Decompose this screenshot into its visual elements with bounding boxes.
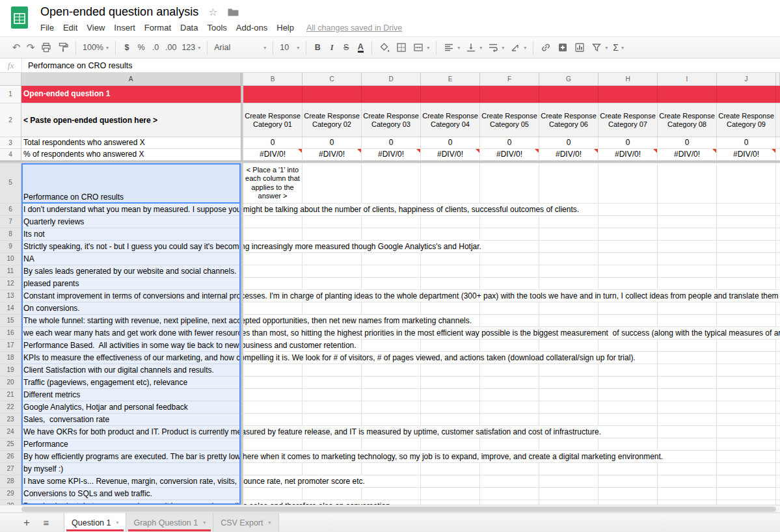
all-sheets-button[interactable]: ≡ xyxy=(36,513,56,532)
menu-help[interactable]: Help xyxy=(272,21,299,34)
row-header-5[interactable]: 5 xyxy=(0,163,21,204)
category-cell-9[interactable]: Create Response Category 09 xyxy=(717,103,776,137)
horizontal-align-button[interactable]: ▾ xyxy=(440,40,463,55)
insert-chart-button[interactable] xyxy=(571,40,588,55)
row-overflow-area[interactable]: Performance xyxy=(243,438,780,451)
row-header-30[interactable]: 30 xyxy=(0,500,21,505)
menu-file[interactable]: File xyxy=(36,21,59,34)
row-header-10[interactable]: 10 xyxy=(0,253,21,265)
row-overflow-area[interactable]: NA xyxy=(243,253,780,265)
row-header-26[interactable]: 26 xyxy=(0,451,21,463)
category-cell-7[interactable]: Create Response Category 07 xyxy=(598,103,658,137)
div-error-cell-6[interactable]: #DIV/0! xyxy=(539,149,598,160)
row-overflow-area[interactable]: The whole funnel: starting with revenue,… xyxy=(243,315,780,327)
response-cell-a15[interactable]: The whole funnel: starting with revenue,… xyxy=(21,315,241,327)
response-cell-a9[interactable]: Strictly speaking, it's not - but I gues… xyxy=(21,241,241,253)
column-header-I[interactable]: I xyxy=(658,73,717,86)
response-cell-a21[interactable]: Different metrics xyxy=(21,389,241,401)
row-header-19[interactable]: 19 xyxy=(0,364,21,377)
font-size-select[interactable]: 10▾ xyxy=(277,40,302,55)
row-overflow-area[interactable]: I don't understand what you mean by meas… xyxy=(243,204,780,216)
insert-link-button[interactable] xyxy=(537,40,554,55)
bold-button[interactable]: B xyxy=(310,40,325,55)
response-cell-a14[interactable]: On conversions. xyxy=(21,302,241,315)
row-overflow-area[interactable]: we each wear many hats and get work done… xyxy=(243,327,780,339)
empty-cell[interactable] xyxy=(539,163,598,203)
format-percent-button[interactable]: % xyxy=(134,40,148,55)
response-cell-a7[interactable]: Quarterly reviews xyxy=(21,216,241,228)
category-cell-1[interactable]: Create Response Category 01 xyxy=(243,103,303,137)
row-overflow-area[interactable]: pleased parents xyxy=(243,278,780,290)
folder-icon[interactable] xyxy=(228,8,239,16)
row-overflow-area[interactable]: I have some KPI-s... Revenue, margin, co… xyxy=(243,475,780,488)
row-overflow-area[interactable]: We have OKRs for both product and IT. Pr… xyxy=(243,426,780,438)
row-header-15[interactable]: 15 xyxy=(0,315,21,327)
response-cell-a13[interactable]: Constant improvement in terms of convers… xyxy=(21,290,241,302)
response-cell-a22[interactable]: Google Analytics, Hotjar and personal fe… xyxy=(21,401,241,414)
response-cell-a29[interactable]: Conversions to SQLs and web traffic. xyxy=(21,488,241,500)
cell-a2-question[interactable]: < Paste open-ended question here > xyxy=(21,103,241,137)
row-overflow-area[interactable]: Google Analytics, Hotjar and personal fe… xyxy=(243,401,780,414)
row-header-13[interactable]: 13 xyxy=(0,290,21,302)
div-error-cell-8[interactable]: #DIV/0! xyxy=(658,149,717,160)
column-header-D[interactable]: D xyxy=(362,73,421,86)
row-overflow-area[interactable]: Different metrics xyxy=(243,389,780,401)
response-cell-a17[interactable]: Performance Based. All activities in som… xyxy=(21,339,241,352)
menu-data[interactable]: Data xyxy=(176,21,202,34)
total-value-cell-4[interactable]: 0 xyxy=(421,137,480,148)
column-header-E[interactable]: E xyxy=(421,73,480,86)
response-cell-a8[interactable]: Its not xyxy=(21,228,241,241)
column-header-J[interactable]: J xyxy=(717,73,776,86)
row-header-29[interactable]: 29 xyxy=(0,488,21,500)
row-overflow-area[interactable]: Strictly speaking, it's not - but I gues… xyxy=(243,241,780,253)
scrollbar-thumb[interactable] xyxy=(21,507,776,512)
total-value-cell-1[interactable]: 0 xyxy=(243,137,303,148)
cell-a4-percent-label[interactable]: % of respondents who answered X xyxy=(21,149,241,161)
redo-button[interactable]: ↷ xyxy=(23,40,38,55)
insert-comment-button[interactable] xyxy=(554,40,571,55)
frozen-column-divider[interactable] xyxy=(241,73,243,505)
undo-button[interactable]: ↶ xyxy=(9,40,23,55)
div-error-cell-1[interactable]: #DIV/0! xyxy=(243,149,303,160)
column-header-H[interactable]: H xyxy=(598,73,658,86)
menu-addons[interactable]: Add-ons xyxy=(232,21,272,34)
increase-decimal-button[interactable]: .00 xyxy=(163,40,179,55)
decrease-decimal-button[interactable]: .0 xyxy=(148,40,163,55)
row-header-14[interactable]: 14 xyxy=(0,302,21,315)
div-error-cell-2[interactable]: #DIV/0! xyxy=(303,149,362,160)
row-header-28[interactable]: 28 xyxy=(0,475,21,488)
row-header-9[interactable]: 9 xyxy=(0,241,21,253)
sheet-tab-csv-export[interactable]: CSV Export▾ xyxy=(213,513,278,532)
merge-cells-button[interactable]: ▾ xyxy=(410,40,432,55)
instruction-cell[interactable]: < Place a '1' into each column that appl… xyxy=(243,163,303,203)
total-value-cell-3[interactable]: 0 xyxy=(362,137,421,148)
cell-a1-banner[interactable]: Open-ended question 1 xyxy=(21,86,241,103)
row-overflow-area[interactable]: Conversions to SQLs and web traffic. xyxy=(243,488,780,500)
row-header-21[interactable]: 21 xyxy=(0,389,21,401)
row-overflow-area[interactable]: By sales budget, but our companies resul… xyxy=(243,500,780,505)
row-header-18[interactable]: 18 xyxy=(0,352,21,364)
sheets-logo-icon[interactable] xyxy=(11,7,28,29)
chevron-down-icon[interactable]: ▾ xyxy=(116,520,118,525)
format-currency-button[interactable]: $ xyxy=(120,40,134,55)
document-title[interactable]: Open-ended question analysis xyxy=(40,5,198,19)
row-header-27[interactable]: 27 xyxy=(0,463,21,475)
column-header-sliver[interactable] xyxy=(776,73,780,86)
sheet-tab-graph-question-1[interactable]: Graph Question 1▾ xyxy=(126,513,213,532)
frozen-row-divider[interactable] xyxy=(0,161,780,163)
response-cell-a10[interactable]: NA xyxy=(21,253,241,265)
response-cell-a27[interactable]: by myself :) xyxy=(21,463,241,475)
font-family-select[interactable]: Arial▾ xyxy=(211,40,269,55)
text-color-button[interactable]: A xyxy=(353,40,368,55)
sheet-tab-question-1[interactable]: Question 1▾ xyxy=(64,513,126,532)
response-cell-a25[interactable]: Performance xyxy=(21,438,241,451)
menu-insert[interactable]: Insert xyxy=(109,21,140,34)
paint-format-button[interactable] xyxy=(55,40,72,55)
response-cell-a20[interactable]: Traffic (pageviews, engagement etc), rel… xyxy=(21,377,241,389)
empty-cell[interactable] xyxy=(421,163,480,203)
cell-a3-total-label[interactable]: Total respondents who answered X xyxy=(21,137,241,149)
row-header-24[interactable]: 24 xyxy=(0,426,21,438)
empty-cell[interactable] xyxy=(303,163,362,203)
row-overflow-area[interactable]: By how efficiently programs are executed… xyxy=(243,451,780,463)
div-error-cell-7[interactable]: #DIV/0! xyxy=(598,149,658,160)
